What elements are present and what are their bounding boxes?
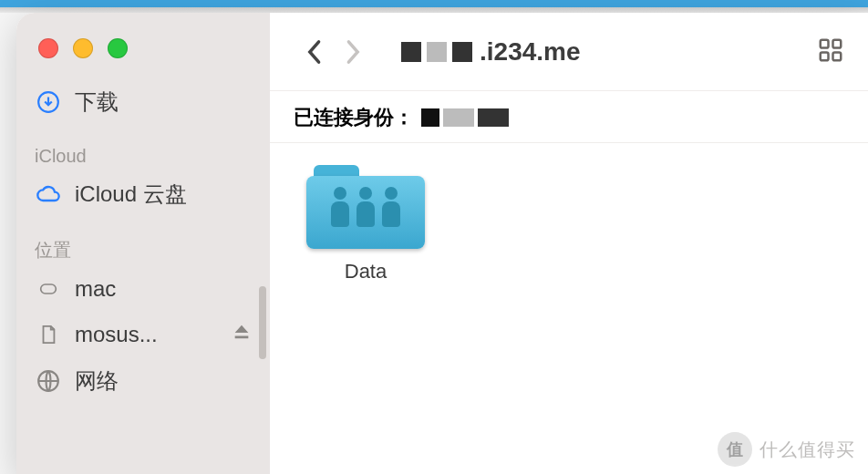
svg-rect-4 (833, 39, 842, 47)
download-circle-icon (35, 88, 62, 116)
sidebar-item-label: 网络 (75, 366, 119, 396)
document-icon (35, 321, 62, 348)
shared-folder-icon (306, 165, 425, 249)
svg-rect-1 (41, 284, 57, 294)
redacted-identity (421, 108, 509, 127)
globe-icon (35, 367, 62, 395)
content-area[interactable]: Data (270, 143, 868, 305)
svg-rect-6 (833, 52, 842, 60)
sidebar-item-label: mac (75, 276, 116, 302)
sidebar-item-mosus[interactable]: mosus... (16, 312, 270, 357)
sidebar-header-locations: 位置 (16, 218, 270, 266)
close-button[interactable] (38, 38, 58, 58)
sidebar-item-label: iCloud 云盘 (75, 180, 187, 209)
sidebar-header-icloud: iCloud (16, 126, 270, 170)
watermark: 值 什么值得买 (718, 432, 855, 467)
sidebar-item-network[interactable]: 网络 (16, 357, 270, 405)
sidebar-item-icloud-drive[interactable]: iCloud 云盘 (16, 170, 270, 218)
maximize-button[interactable] (108, 38, 128, 58)
disk-icon (35, 275, 62, 303)
sidebar-item-label: 下载 (75, 88, 119, 117)
svg-rect-3 (821, 39, 829, 47)
finder-window: 下载 iCloud iCloud 云盘 位置 mac mosus... (16, 13, 868, 474)
connection-label: 已连接身份： (294, 104, 414, 131)
eject-icon[interactable] (232, 322, 252, 347)
sidebar-item-downloads[interactable]: 下载 (16, 78, 270, 126)
location-title: .i234.me (401, 37, 581, 67)
sidebar-item-label: mosus... (75, 322, 158, 347)
folder-item-data[interactable]: Data (306, 165, 425, 283)
cloud-icon (35, 180, 62, 208)
toolbar: .i234.me (270, 13, 868, 91)
sidebar: 下载 iCloud iCloud 云盘 位置 mac mosus... (16, 13, 270, 474)
forward-button[interactable] (334, 32, 374, 72)
folder-label: Data (345, 260, 387, 283)
view-grid-button[interactable] (817, 36, 844, 67)
back-button[interactable] (294, 32, 334, 72)
connection-bar: 已连接身份： (270, 91, 868, 143)
redacted-host-prefix (401, 42, 472, 62)
title-text: .i234.me (480, 37, 581, 67)
sidebar-item-mac[interactable]: mac (16, 266, 270, 312)
sidebar-scrollbar[interactable] (259, 286, 266, 359)
svg-rect-5 (821, 52, 829, 60)
minimize-button[interactable] (73, 38, 93, 58)
watermark-text: 什么值得买 (760, 438, 855, 462)
window-controls (16, 26, 270, 78)
main-pane: .i234.me 已连接身份： Data (270, 13, 868, 474)
watermark-badge: 值 (718, 432, 752, 467)
